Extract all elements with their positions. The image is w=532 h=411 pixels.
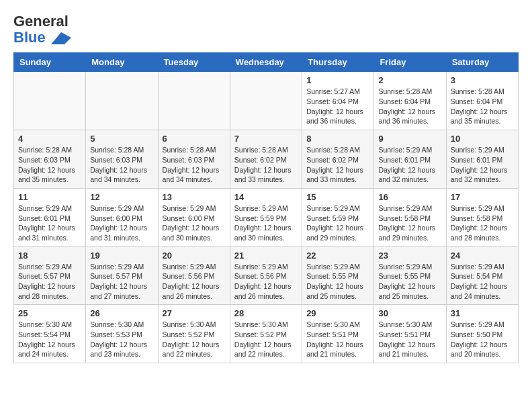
cell-content: Sunrise: 5:28 AMSunset: 6:03 PMDaylight:… (90, 145, 153, 185)
logo: General Blue (13, 13, 71, 46)
cell-content: Sunrise: 5:29 AMSunset: 6:01 PMDaylight:… (451, 145, 514, 185)
day-number: 6 (163, 134, 226, 144)
calendar-week-row: 25Sunrise: 5:30 AMSunset: 5:54 PMDayligh… (14, 305, 519, 363)
cell-line: and 30 minutes. (163, 234, 213, 242)
calendar-cell: 22Sunrise: 5:29 AMSunset: 5:55 PMDayligh… (302, 246, 374, 305)
calendar-cell (86, 72, 158, 130)
day-number: 20 (163, 250, 226, 261)
cell-line: Sunrise: 5:29 AM (163, 204, 216, 212)
cell-line: and 27 minutes. (90, 292, 140, 300)
cell-content: Sunrise: 5:29 AMSunset: 6:01 PMDaylight:… (18, 203, 81, 243)
cell-content: Sunrise: 5:29 AMSunset: 5:58 PMDaylight:… (451, 203, 514, 243)
calendar-cell: 14Sunrise: 5:29 AMSunset: 5:59 PMDayligh… (230, 188, 302, 246)
cell-line: Sunset: 5:52 PM (234, 330, 287, 338)
daylight-hours-label: Daylight: 12 hours (234, 340, 292, 349)
cell-line: and 31 minutes. (90, 234, 140, 242)
cell-line: and 34 minutes. (163, 175, 213, 183)
calendar-week-row: 1Sunrise: 5:27 AMSunset: 6:04 PMDaylight… (14, 72, 519, 130)
day-number: 8 (306, 134, 369, 144)
cell-content: Sunrise: 5:29 AMSunset: 6:00 PMDaylight:… (163, 203, 226, 243)
cell-content: Sunrise: 5:30 AMSunset: 5:53 PMDaylight:… (90, 320, 153, 359)
calendar-cell: 29Sunrise: 5:30 AMSunset: 5:51 PMDayligh… (302, 305, 374, 363)
daylight-hours-label: Daylight: 12 hours (90, 224, 147, 232)
logo-text: General (13, 13, 69, 30)
calendar-cell: 10Sunrise: 5:29 AMSunset: 6:01 PMDayligh… (446, 130, 518, 189)
cell-line: Sunrise: 5:30 AM (234, 320, 288, 328)
cell-line: Sunset: 5:58 PM (451, 214, 503, 222)
cell-content: Sunrise: 5:29 AMSunset: 5:56 PMDaylight:… (163, 262, 226, 302)
cell-line: Sunset: 5:55 PM (306, 272, 359, 280)
daylight-hours-label: Daylight: 12 hours (378, 340, 435, 349)
cell-line: Sunset: 5:51 PM (378, 330, 431, 338)
calendar-cell: 11Sunrise: 5:29 AMSunset: 6:01 PMDayligh… (14, 188, 86, 246)
calendar-cell (158, 72, 230, 130)
calendar-cell: 24Sunrise: 5:29 AMSunset: 5:54 PMDayligh… (446, 246, 518, 305)
cell-content: Sunrise: 5:29 AMSunset: 5:57 PMDaylight:… (90, 262, 153, 302)
cell-content: Sunrise: 5:28 AMSunset: 6:04 PMDaylight:… (451, 87, 514, 126)
cell-line: Sunrise: 5:28 AM (18, 146, 72, 154)
cell-line: Sunset: 5:54 PM (18, 330, 71, 338)
cell-line: Sunset: 5:56 PM (163, 272, 215, 280)
daylight-hours-label: Daylight: 12 hours (451, 340, 508, 349)
cell-line: Sunrise: 5:29 AM (451, 263, 504, 271)
daylight-hours-label: Daylight: 12 hours (90, 340, 147, 349)
cell-content: Sunrise: 5:29 AMSunset: 5:50 PMDaylight:… (451, 320, 514, 359)
calendar-header-row: SundayMondayTuesdayWednesdayThursdayFrid… (14, 53, 519, 72)
cell-line: and 32 minutes. (378, 175, 429, 183)
daylight-hours-label: Daylight: 12 hours (378, 282, 435, 290)
calendar-cell: 3Sunrise: 5:28 AMSunset: 6:04 PMDaylight… (446, 72, 518, 130)
cell-line: and 26 minutes. (234, 292, 285, 300)
day-number: 19 (90, 250, 153, 261)
cell-line: Sunset: 6:03 PM (163, 156, 215, 164)
calendar-cell: 7Sunrise: 5:28 AMSunset: 6:02 PMDaylight… (230, 130, 302, 189)
day-number: 14 (234, 192, 298, 202)
cell-line: Sunrise: 5:28 AM (163, 146, 216, 154)
day-number: 10 (451, 134, 514, 144)
calendar-cell: 28Sunrise: 5:30 AMSunset: 5:52 PMDayligh… (230, 305, 302, 363)
day-number: 24 (451, 250, 514, 261)
daylight-hours-label: Daylight: 12 hours (306, 282, 363, 290)
calendar-cell: 27Sunrise: 5:30 AMSunset: 5:52 PMDayligh… (158, 305, 230, 363)
cell-content: Sunrise: 5:30 AMSunset: 5:52 PMDaylight:… (163, 320, 226, 359)
cell-line: Sunrise: 5:30 AM (18, 320, 72, 328)
cell-line: Sunset: 6:03 PM (90, 156, 142, 164)
calendar-cell: 31Sunrise: 5:29 AMSunset: 5:50 PMDayligh… (446, 305, 518, 363)
cell-content: Sunrise: 5:28 AMSunset: 6:02 PMDaylight:… (234, 145, 298, 185)
cell-line: Sunset: 6:04 PM (306, 97, 359, 105)
cell-line: Sunrise: 5:29 AM (378, 263, 432, 271)
cell-content: Sunrise: 5:28 AMSunset: 6:03 PMDaylight:… (18, 145, 81, 185)
cell-content: Sunrise: 5:28 AMSunset: 6:03 PMDaylight:… (163, 145, 226, 185)
logo-general: General (13, 13, 69, 30)
day-number: 23 (378, 250, 441, 261)
cell-line: and 29 minutes. (306, 234, 357, 242)
calendar-cell: 12Sunrise: 5:29 AMSunset: 6:00 PMDayligh… (86, 188, 158, 246)
calendar-header-wednesday: Wednesday (230, 53, 302, 72)
day-number: 11 (18, 192, 81, 202)
cell-line: Sunset: 5:52 PM (163, 330, 215, 338)
cell-line: and 31 minutes. (18, 234, 69, 242)
cell-line: Sunset: 6:02 PM (306, 156, 359, 164)
calendar-header-sunday: Sunday (14, 53, 86, 72)
cell-line: Sunset: 5:57 PM (18, 272, 71, 280)
calendar-cell: 6Sunrise: 5:28 AMSunset: 6:03 PMDaylight… (158, 130, 230, 189)
cell-content: Sunrise: 5:29 AMSunset: 5:55 PMDaylight:… (306, 262, 369, 302)
calendar-week-row: 18Sunrise: 5:29 AMSunset: 5:57 PMDayligh… (14, 246, 519, 305)
cell-line: and 32 minutes. (451, 175, 501, 183)
cell-line: Sunset: 5:51 PM (306, 330, 359, 338)
cell-line: Sunrise: 5:29 AM (451, 320, 504, 328)
daylight-hours-label: Daylight: 12 hours (234, 282, 292, 290)
day-number: 30 (378, 308, 441, 318)
cell-line: and 21 minutes. (306, 350, 357, 358)
day-number: 12 (90, 192, 153, 202)
cell-line: Sunrise: 5:29 AM (451, 204, 504, 212)
calendar-header-friday: Friday (374, 53, 446, 72)
cell-line: Sunrise: 5:29 AM (451, 146, 504, 154)
day-number: 9 (378, 134, 441, 144)
calendar-cell: 23Sunrise: 5:29 AMSunset: 5:55 PMDayligh… (374, 246, 446, 305)
calendar-cell: 25Sunrise: 5:30 AMSunset: 5:54 PMDayligh… (14, 305, 86, 363)
cell-content: Sunrise: 5:30 AMSunset: 5:52 PMDaylight:… (234, 320, 298, 359)
daylight-hours-label: Daylight: 12 hours (378, 166, 435, 174)
calendar-cell (230, 72, 302, 130)
day-number: 21 (234, 250, 298, 261)
calendar-header-saturday: Saturday (446, 53, 518, 72)
